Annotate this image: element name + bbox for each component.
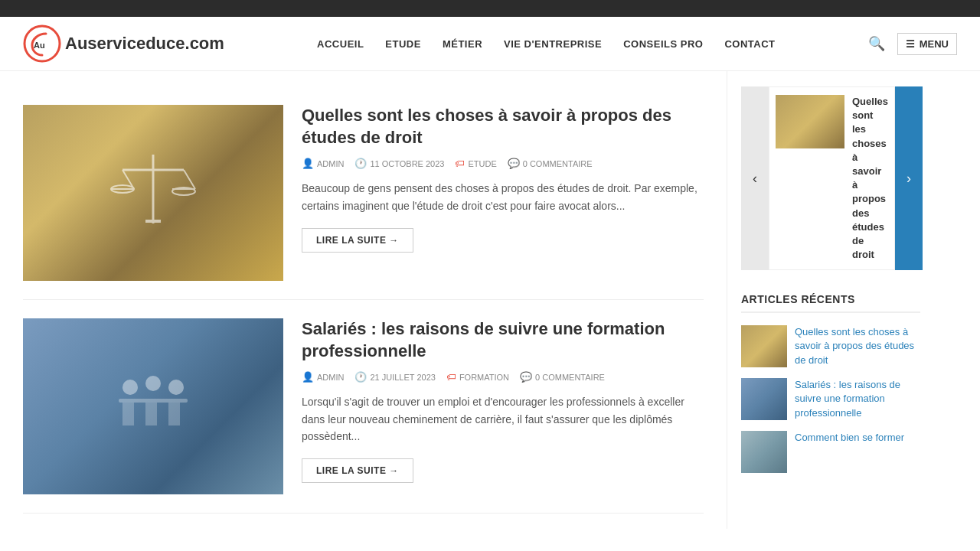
recent-articles-list: Quelles sont les choses à savoir à propo…	[741, 325, 920, 473]
article-1-date: 🕐 11 OCTOBRE 2023	[354, 158, 444, 169]
main-nav: ACCUEIL ETUDE MÉTIER VIE D'ENTREPRISE CO…	[317, 38, 775, 50]
article-2-image	[23, 318, 283, 494]
recent-item-2: Salariés : les raisons de suivre une for…	[741, 378, 920, 420]
article-2-excerpt: Lorsqu'il s'agit de trouver un emploi et…	[302, 393, 704, 445]
article-1-content: Quelles sont les choses à savoir à propo…	[302, 105, 704, 281]
article-2-read-more[interactable]: LIRE LA SUITE →	[302, 458, 413, 483]
article-1-category: 🏷 ETUDE	[455, 158, 496, 169]
article-2-date: 🕐 21 JUILLET 2023	[354, 371, 435, 383]
svg-rect-10	[145, 220, 161, 223]
article-2-title[interactable]: Salariés : les raisons de suivre une for…	[302, 318, 704, 362]
menu-button[interactable]: ☰ MENU	[897, 33, 957, 55]
article-1-author: 👤 ADMIN	[302, 158, 344, 169]
recent-item-2-thumb	[741, 378, 787, 420]
recent-item-3-title[interactable]: Comment bien se former	[795, 431, 904, 445]
header: Au Auserviceduce.com ACCUEIL ETUDE MÉTIE…	[0, 17, 980, 71]
nav-etude[interactable]: ETUDE	[385, 38, 421, 50]
article-2-comments: 💬 0 COMMENTAIRE	[520, 371, 605, 383]
slider-thumb	[776, 95, 844, 148]
top-bar	[0, 0, 980, 17]
svg-point-11	[122, 380, 138, 395]
svg-rect-14	[119, 399, 188, 403]
menu-label: MENU	[920, 38, 949, 50]
svg-point-13	[168, 380, 184, 395]
article-2-category: 🏷 FORMATION	[446, 371, 509, 383]
svg-rect-16	[145, 403, 157, 425]
svg-rect-17	[168, 403, 180, 425]
article-1-image	[23, 105, 283, 281]
clock-icon: 🕐	[354, 158, 367, 169]
logo-icon: Au	[23, 24, 61, 63]
article-1: Quelles sont les choses à savoir à propo…	[23, 86, 704, 300]
logo-area[interactable]: Au Auserviceduce.com	[23, 24, 224, 63]
article-1-excerpt: Beaucoup de gens pensent des choses à pr…	[302, 180, 704, 214]
article-1-comments: 💬 0 COMMENTAIRE	[508, 158, 593, 169]
user-icon-2: 👤	[302, 371, 314, 383]
slider-content: Quelles sont les choses à savoir à propo…	[769, 86, 895, 270]
article-2: Salariés : les raisons de suivre une for…	[23, 300, 704, 514]
article-1-read-more[interactable]: LIRE LA SUITE →	[302, 228, 413, 253]
article-2-content: Salariés : les raisons de suivre une for…	[302, 318, 704, 494]
logo-text: Auserviceduce.com	[65, 34, 224, 54]
main-container: Quelles sont les choses à savoir à propo…	[0, 71, 980, 529]
nav-conseils-pro[interactable]: CONSEILS PRO	[623, 38, 703, 50]
recent-item-3: Comment bien se former	[741, 431, 920, 473]
recent-item-3-thumb	[741, 431, 787, 473]
recent-item-1-thumb	[741, 325, 787, 367]
nav-vie-entreprise[interactable]: VIE D'ENTREPRISE	[504, 38, 602, 50]
article-slider: ‹ Quelles sont les choses à savoir à pro…	[741, 86, 920, 270]
tag-icon-2: 🏷	[446, 371, 456, 383]
tag-icon: 🏷	[455, 158, 465, 169]
user-icon: 👤	[302, 158, 314, 169]
svg-line-7	[184, 170, 195, 189]
hamburger-icon: ☰	[906, 38, 915, 50]
recent-section-title: ARTICLES RÉCENTS	[741, 293, 920, 313]
slider-prev-button[interactable]: ‹	[741, 86, 769, 270]
meeting-icon	[107, 360, 199, 452]
article-2-meta: 👤 ADMIN 🕐 21 JUILLET 2023 🏷 FORMATION 💬 …	[302, 371, 704, 383]
search-icon[interactable]: 🔍	[868, 35, 885, 52]
law-scales-icon	[107, 147, 199, 239]
article-1-title[interactable]: Quelles sont les choses à savoir à propo…	[302, 105, 704, 148]
recent-item-2-title[interactable]: Salariés : les raisons de suivre une for…	[795, 378, 920, 420]
slider-title: Quelles sont les choses à savoir à propo…	[852, 95, 888, 262]
svg-rect-15	[122, 403, 134, 425]
header-right: 🔍 ☰ MENU	[868, 33, 957, 55]
svg-text:Au: Au	[34, 41, 45, 50]
svg-point-12	[145, 376, 161, 391]
article-2-author: 👤 ADMIN	[302, 371, 344, 383]
recent-item-1: Quelles sont les choses à savoir à propo…	[741, 325, 920, 367]
comment-icon-2: 💬	[520, 371, 532, 383]
nav-contact[interactable]: CONTACT	[724, 38, 775, 50]
nav-accueil[interactable]: ACCUEIL	[317, 38, 364, 50]
comment-icon: 💬	[508, 158, 520, 169]
sidebar: ‹ Quelles sont les choses à savoir à pro…	[727, 71, 934, 529]
article-1-meta: 👤 ADMIN 🕐 11 OCTOBRE 2023 🏷 ETUDE 💬 0 CO…	[302, 158, 704, 169]
slider-next-button[interactable]: ›	[895, 86, 923, 270]
content-area: Quelles sont les choses à savoir à propo…	[0, 71, 727, 529]
nav-metier[interactable]: MÉTIER	[443, 38, 482, 50]
clock-icon-2: 🕐	[354, 371, 367, 383]
recent-item-1-title[interactable]: Quelles sont les choses à savoir à propo…	[795, 325, 920, 367]
